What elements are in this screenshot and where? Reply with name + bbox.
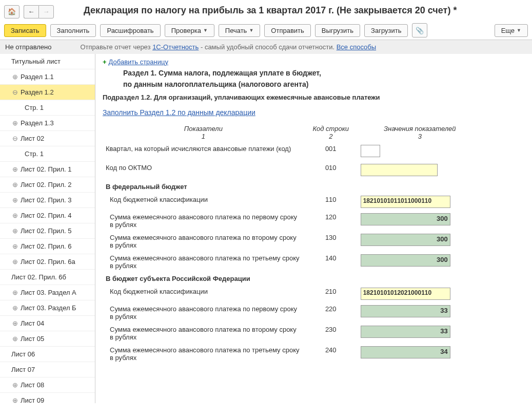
input-230[interactable]: 33	[361, 326, 450, 338]
tree-item[interactable]: ⊕Лист 05	[0, 331, 95, 347]
input-240[interactable]: 34	[361, 346, 450, 358]
status-hint: Отправьте отчет через 1С-Отчетность - са…	[80, 43, 376, 51]
expand-icon[interactable]: ⊕	[11, 289, 18, 296]
decrypt-button[interactable]: Расшифровать	[100, 24, 160, 37]
tree-item[interactable]: ⊕Лист 04	[0, 316, 95, 331]
tree-item-label: Лист 03. Раздел А	[21, 289, 76, 296]
print-button[interactable]: Печать▼	[219, 24, 261, 37]
section-heading-2: по данным налогоплательщика (налогового …	[123, 80, 523, 88]
expand-icon[interactable]: ⊕	[11, 181, 18, 188]
expand-icon[interactable]: ⊕	[11, 166, 18, 173]
attach-button[interactable]: 📎	[412, 23, 427, 37]
tree-item[interactable]: Стр. 1	[0, 146, 95, 162]
reporting-link[interactable]: 1С-Отчетность	[152, 43, 199, 51]
tree-item[interactable]: ⊕Лист 02. Прил. 3	[0, 193, 95, 208]
expand-icon[interactable]: ⊕	[11, 212, 18, 219]
tree-item[interactable]: Стр. 1	[0, 100, 95, 116]
send-button[interactable]: Отправить	[264, 24, 310, 37]
collapse-icon[interactable]: ⊖	[11, 135, 18, 142]
row-label-240: Сумма ежемесячного авансового платежа по…	[103, 344, 304, 364]
expand-icon[interactable]: ⊕	[11, 397, 18, 404]
expand-icon[interactable]: ⊕	[11, 305, 18, 312]
back-button[interactable]: ←	[24, 5, 38, 18]
tree-item-label: Лист 09	[21, 396, 44, 403]
tree-item[interactable]: ⊕Лист 02. Прил. 6	[0, 239, 95, 254]
all-ways-link[interactable]: Все способы	[337, 43, 376, 51]
tree-item[interactable]: ⊕Лист 03. Раздел Б	[0, 300, 95, 316]
send-state: Не отправлено	[5, 43, 51, 51]
collapse-icon[interactable]: ⊖	[11, 89, 18, 96]
fill-button[interactable]: Заполнить	[50, 24, 96, 37]
expand-icon[interactable]: ⊕	[11, 73, 18, 81]
tree-item[interactable]: ⊕Раздел 1.1	[0, 69, 95, 85]
tree-item-label: Лист 02. Прил. 5	[21, 227, 71, 235]
tree-item[interactable]: Лист 02. Прил. 6б	[0, 270, 95, 285]
row-label-120: Сумма ежемесячного авансового платежа по…	[103, 211, 304, 231]
tree-item-label: Лист 02. Прил. 2	[21, 181, 71, 188]
tree-item-label: Лист 05	[21, 335, 44, 343]
tree-item-label: Лист 08	[21, 381, 44, 389]
form-content: + Добавить страницу Раздел 1. Сумма нало…	[95, 54, 532, 403]
tree-item-label: Лист 02. Прил. 4	[21, 212, 71, 219]
home-button[interactable]: 🏠	[4, 5, 19, 18]
input-010[interactable]	[361, 164, 438, 176]
forward-button: →	[38, 5, 54, 18]
tree-item[interactable]: ⊕Лист 03. Раздел А	[0, 285, 95, 300]
tree-item-label: Лист 02. Прил. 6а	[21, 258, 75, 266]
tree-item[interactable]: ⊕Лист 08	[0, 377, 95, 393]
group-subject: В бюджет субъекта Российской Федерации	[103, 272, 482, 285]
tree-item[interactable]: ⊖Раздел 1.2	[0, 85, 95, 100]
row-code-240: 240	[304, 344, 358, 364]
tree-item-label: Титульный лист	[11, 58, 61, 65]
expand-icon[interactable]: ⊕	[11, 258, 18, 266]
tree-item[interactable]: ⊕Лист 09	[0, 393, 95, 403]
more-button[interactable]: Еще▼	[495, 24, 528, 37]
row-code-010: 010	[304, 161, 358, 180]
tree-item[interactable]: Лист 07	[0, 362, 95, 377]
expand-icon[interactable]: ⊕	[11, 228, 18, 235]
row-code-140: 140	[304, 252, 358, 272]
chevron-down-icon: ▼	[249, 28, 253, 33]
tree-item[interactable]: ⊕Лист 02. Прил. 1	[0, 162, 95, 177]
tree-item[interactable]: ⊖Лист 02	[0, 131, 95, 146]
input-001[interactable]	[361, 145, 380, 157]
row-code-130: 130	[304, 231, 358, 252]
import-button[interactable]: Загрузить	[364, 24, 408, 37]
input-130[interactable]: 300	[361, 234, 450, 246]
check-button[interactable]: Проверка▼	[165, 24, 214, 37]
expand-icon[interactable]: ⊕	[11, 243, 18, 250]
tree-item-label: Стр. 1	[25, 150, 44, 158]
tree-item-label: Лист 02. Прил. 3	[21, 196, 71, 204]
add-page-link[interactable]: Добавить страницу	[109, 58, 168, 66]
expand-icon[interactable]: ⊕	[11, 335, 18, 343]
plus-icon: +	[103, 58, 107, 66]
chevron-down-icon: ▼	[203, 28, 208, 33]
tree-item[interactable]: ⊕Раздел 1.3	[0, 116, 95, 131]
tree-item[interactable]: Титульный лист	[0, 54, 95, 69]
nav-tree[interactable]: Титульный лист⊕Раздел 1.1⊖Раздел 1.2Стр.…	[0, 54, 95, 403]
input-110[interactable]: 18210101011011000110	[361, 196, 450, 208]
tree-item-label: Лист 02	[21, 135, 44, 142]
expand-icon[interactable]: ⊕	[11, 120, 18, 127]
expand-icon[interactable]: ⊕	[11, 320, 18, 327]
tree-item[interactable]: Лист 06	[0, 347, 95, 362]
row-label-110: Код бюджетной классификации	[103, 193, 304, 211]
tree-item[interactable]: ⊕Лист 02. Прил. 5	[0, 223, 95, 239]
tree-item[interactable]: ⊕Лист 02. Прил. 2	[0, 177, 95, 193]
expand-icon[interactable]: ⊕	[11, 382, 18, 389]
tree-item[interactable]: ⊕Лист 02. Прил. 6а	[0, 254, 95, 270]
input-140[interactable]: 300	[361, 254, 450, 267]
group-federal: В федеральный бюджет	[103, 180, 482, 193]
tree-item[interactable]: ⊕Лист 02. Прил. 4	[0, 208, 95, 223]
input-210[interactable]: 18210101012021000110	[361, 288, 450, 300]
fill-section-link[interactable]: Заполнить Раздел 1.2 по данным деклараци…	[103, 108, 255, 117]
expand-icon[interactable]: ⊕	[11, 197, 18, 204]
row-code-210: 210	[304, 285, 358, 302]
row-label-001: Квартал, на который исчисляются авансовы…	[103, 142, 304, 161]
save-button[interactable]: Записать	[4, 24, 46, 37]
export-button[interactable]: Выгрузить	[315, 24, 360, 37]
tree-item-label: Лист 06	[11, 350, 35, 358]
input-120[interactable]: 300	[361, 213, 450, 225]
input-220[interactable]: 33	[361, 305, 450, 317]
row-label-210: Код бюджетной классификации	[103, 285, 304, 302]
